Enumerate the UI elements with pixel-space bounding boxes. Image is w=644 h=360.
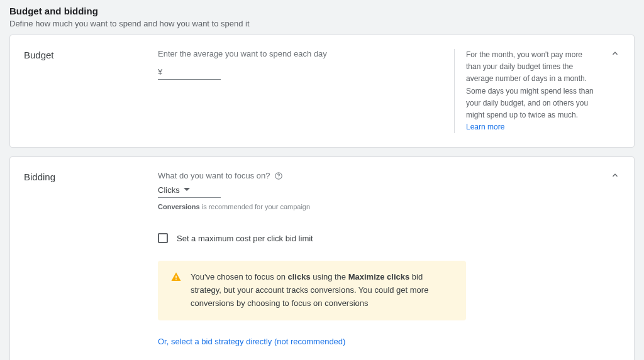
- budget-card-label: Budget: [24, 49, 158, 133]
- budget-info-panel: For the month, you won't pay more than y…: [454, 49, 599, 133]
- chevron-up-icon: [611, 49, 619, 60]
- bidding-focus-select[interactable]: Clicks: [158, 183, 221, 198]
- help-icon[interactable]: [274, 172, 283, 180]
- budget-card: Budget Enter the average you want to spe…: [9, 35, 635, 148]
- svg-rect-3: [175, 279, 177, 280]
- page-subtitle: Define how much you want to spend and ho…: [9, 19, 635, 28]
- warning-icon: [170, 271, 182, 310]
- page-header: Budget and bidding Define how much you w…: [9, 6, 635, 35]
- svg-rect-2: [175, 276, 177, 278]
- budget-input-wrap[interactable]: ¥: [158, 65, 221, 80]
- bidding-card-label: Bidding: [24, 171, 158, 346]
- bidding-collapse-toggle[interactable]: [608, 168, 623, 183]
- chevron-up-icon: [611, 171, 619, 182]
- bidding-direct-strategy-link[interactable]: Or, select a bid strategy directly (not …: [158, 337, 620, 346]
- bidding-focus-label: What do you want to focus on?: [158, 171, 270, 180]
- bidding-card: Bidding What do you want to focus on? Cl…: [9, 156, 635, 360]
- bidding-notice: You've chosen to focus on clicks using t…: [158, 261, 466, 320]
- budget-input[interactable]: [165, 67, 209, 77]
- dropdown-icon: [184, 185, 190, 195]
- max-cpc-checkbox-label: Set a maximum cost per click bid limit: [177, 234, 313, 243]
- bidding-recommend-note: Conversions is recommended for your camp…: [158, 203, 620, 210]
- budget-prompt: Enter the average you want to spend each…: [158, 49, 443, 58]
- bidding-notice-text: You've chosen to focus on clicks using t…: [191, 271, 453, 310]
- max-cpc-checkbox[interactable]: [158, 233, 168, 243]
- bidding-focus-value: Clicks: [158, 185, 180, 195]
- svg-point-1: [278, 177, 279, 178]
- budget-learn-more-link[interactable]: Learn more: [466, 123, 504, 131]
- budget-collapse-toggle[interactable]: [608, 46, 623, 62]
- page-title: Budget and bidding: [9, 6, 635, 16]
- currency-symbol: ¥: [158, 67, 165, 77]
- budget-info-text: For the month, you won't pay more than y…: [466, 50, 594, 119]
